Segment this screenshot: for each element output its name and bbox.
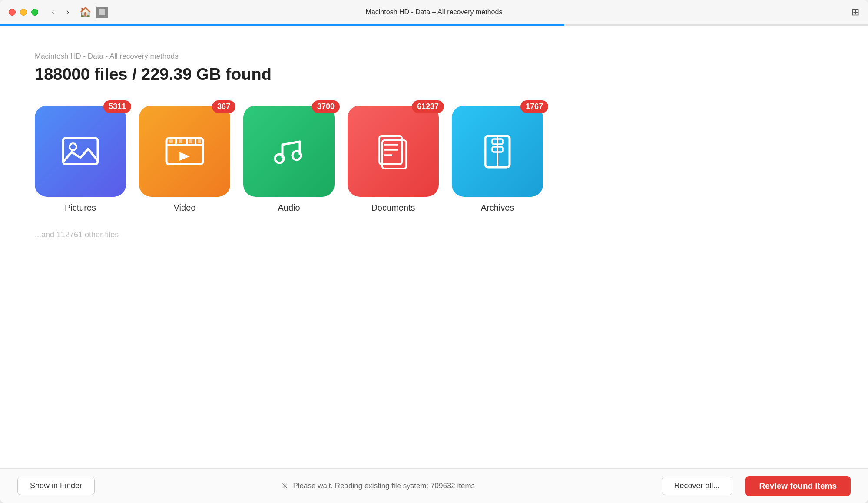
minimize-button[interactable] [20, 9, 27, 16]
traffic-lights [9, 9, 38, 16]
title-bar: ‹ › 🏠 Macintosh HD - Data – All recovery… [0, 0, 868, 24]
layout-button[interactable]: ⊞ [851, 7, 859, 18]
recover-all-button[interactable]: Recover all... [662, 477, 732, 495]
category-archives[interactable]: 1767 Archives [452, 106, 543, 213]
found-title: 188000 files / 229.39 GB found [35, 65, 833, 84]
video-icon-wrap: 367 [139, 106, 230, 197]
archives-icon-wrap: 1767 [452, 106, 543, 197]
audio-label: Audio [278, 203, 300, 213]
pictures-badge: 5311 [103, 100, 131, 113]
pictures-icon [59, 129, 102, 173]
documents-icon-wrap: 61237 [348, 106, 439, 197]
pictures-icon-wrap: 5311 [35, 106, 126, 197]
stop-icon [99, 9, 105, 15]
category-audio[interactable]: 3700 Audio [243, 106, 335, 213]
show-in-finder-button[interactable]: Show in Finder [17, 477, 95, 495]
maximize-button[interactable] [31, 9, 38, 16]
documents-icon [371, 129, 415, 173]
status-area: ✳ Please wait. Reading existing file sys… [108, 481, 648, 491]
category-video[interactable]: 367 V [139, 106, 230, 213]
back-button[interactable]: ‹ [47, 6, 59, 18]
category-pictures[interactable]: 5311 Pictures [35, 106, 126, 213]
svg-point-1 [70, 143, 76, 150]
nav-buttons: ‹ › [47, 6, 74, 18]
video-label: Video [174, 203, 196, 213]
breadcrumb: Macintosh HD - Data - All recovery metho… [35, 52, 833, 61]
audio-icon [267, 129, 311, 173]
documents-label: Documents [371, 203, 415, 213]
close-button[interactable] [9, 9, 16, 16]
pictures-label: Pictures [65, 203, 96, 213]
audio-badge: 3700 [312, 100, 340, 113]
stop-button[interactable] [96, 7, 108, 18]
svg-rect-0 [63, 138, 98, 164]
layout-icon: ⊞ [851, 7, 859, 17]
svg-rect-10 [198, 139, 201, 143]
documents-badge: 61237 [412, 100, 444, 113]
home-icon: 🏠 [80, 7, 91, 18]
app-window: ‹ › 🏠 Macintosh HD - Data – All recovery… [0, 0, 868, 503]
archives-badge: 1767 [520, 100, 548, 113]
back-icon: ‹ [52, 7, 54, 17]
video-badge: 367 [212, 100, 235, 113]
categories-container: 5311 Pictures 367 [35, 106, 833, 213]
spinner-icon: ✳ [281, 481, 288, 491]
svg-marker-11 [179, 152, 190, 161]
svg-point-13 [292, 151, 301, 160]
footer: Show in Finder ✳ Please wait. Reading ex… [0, 468, 868, 503]
svg-point-12 [275, 154, 284, 163]
forward-icon: › [66, 7, 69, 17]
svg-rect-9 [189, 139, 192, 143]
svg-rect-7 [169, 139, 173, 143]
category-documents[interactable]: 61237 Documents [348, 106, 439, 213]
status-text: Please wait. Reading existing file syste… [293, 482, 475, 490]
svg-rect-8 [179, 139, 182, 143]
forward-button[interactable]: › [62, 6, 74, 18]
other-files-text: ...and 112761 other files [35, 230, 833, 239]
audio-icon-wrap: 3700 [243, 106, 335, 197]
archives-label: Archives [481, 203, 514, 213]
video-icon [163, 129, 206, 173]
main-content: Macintosh HD - Data - All recovery metho… [0, 26, 868, 468]
home-button[interactable]: 🏠 [78, 5, 92, 19]
archives-icon [476, 129, 519, 173]
window-title: Macintosh HD - Data – All recovery metho… [366, 8, 503, 16]
review-found-items-button[interactable]: Review found items [745, 476, 851, 496]
